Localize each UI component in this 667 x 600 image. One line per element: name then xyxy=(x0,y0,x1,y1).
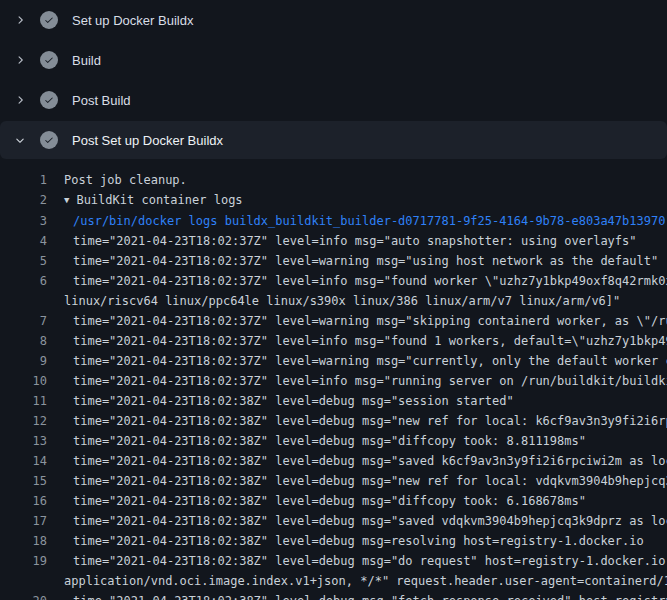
log-line-number[interactable]: 9 xyxy=(0,351,47,371)
chevron-right-icon[interactable] xyxy=(12,12,28,28)
log-line: 19 time="2021-04-23T18:02:38Z" level=deb… xyxy=(0,551,667,571)
log-line: 8 time="2021-04-23T18:02:37Z" level=info… xyxy=(0,331,667,351)
log-line: 12 time="2021-04-23T18:02:38Z" level=deb… xyxy=(0,411,667,431)
log-line-number[interactable]: 5 xyxy=(0,251,47,271)
log-line: 17 time="2021-04-23T18:02:38Z" level=deb… xyxy=(0,511,667,531)
success-check-icon xyxy=(40,91,58,109)
step-list: Set up Docker Buildx Build Post Build Po… xyxy=(0,0,667,159)
log-line-text: time="2021-04-23T18:02:37Z" level=info m… xyxy=(47,331,667,351)
log-line-number[interactable]: 13 xyxy=(0,431,47,451)
log-line-number[interactable]: 7 xyxy=(0,311,47,331)
log-line-text: time="2021-04-23T18:02:37Z" level=warnin… xyxy=(47,251,658,271)
step-label: Build xyxy=(72,53,101,68)
log-line: 4 time="2021-04-23T18:02:37Z" level=info… xyxy=(0,231,667,251)
log-line: 15 time="2021-04-23T18:02:38Z" level=deb… xyxy=(0,471,667,491)
success-check-icon xyxy=(40,131,58,149)
log-line: 11 time="2021-04-23T18:02:38Z" level=deb… xyxy=(0,391,667,411)
log-line-text: application/vnd.oci.image.index.v1+json,… xyxy=(47,571,667,591)
log-line-text: time="2021-04-23T18:02:38Z" level=debug … xyxy=(47,551,667,571)
log-line-number[interactable]: 12 xyxy=(0,411,47,431)
log-line-text: /usr/bin/docker logs buildx_buildkit_bui… xyxy=(47,211,665,231)
log-line: 18 time="2021-04-23T18:02:38Z" level=deb… xyxy=(0,531,667,551)
log-line-text: Post job cleanup. xyxy=(47,170,187,190)
log-line-number[interactable]: 14 xyxy=(0,451,47,471)
log-line-number[interactable]: 17 xyxy=(0,511,47,531)
log-line-text: time="2021-04-23T18:02:38Z" level=debug … xyxy=(47,471,667,491)
log-line: 14 time="2021-04-23T18:02:38Z" level=deb… xyxy=(0,451,667,471)
log-line: 10 time="2021-04-23T18:02:37Z" level=inf… xyxy=(0,371,667,391)
chevron-down-icon[interactable] xyxy=(12,132,28,148)
log-line-text: time="2021-04-23T18:02:37Z" level=info m… xyxy=(47,231,637,251)
log-line: 2 ▼BuildKit container logs xyxy=(0,190,667,211)
success-check-icon xyxy=(40,11,58,29)
log-group-toggle[interactable]: ▼BuildKit container logs xyxy=(47,190,243,211)
log-line-text: time="2021-04-23T18:02:38Z" level=debug … xyxy=(47,591,667,600)
log-line-text: time="2021-04-23T18:02:37Z" level=info m… xyxy=(47,271,667,291)
log-line-text: time="2021-04-23T18:02:38Z" level=debug … xyxy=(47,511,667,531)
log-line: linux/riscv64 linux/ppc64le linux/s390x … xyxy=(0,291,667,311)
log-line-number[interactable]: 16 xyxy=(0,491,47,511)
group-collapse-marker-icon[interactable]: ▼ xyxy=(64,190,69,210)
log-line-number[interactable]: 20 xyxy=(0,591,47,600)
log-line-text: time="2021-04-23T18:02:38Z" level=debug … xyxy=(47,431,586,451)
log-line-number[interactable]: 8 xyxy=(0,331,47,351)
step-row-post-build[interactable]: Post Build xyxy=(0,80,667,120)
step-row-post-set-up-docker-buildx[interactable]: Post Set up Docker Buildx xyxy=(0,121,667,159)
log-line-text: time="2021-04-23T18:02:38Z" level=debug … xyxy=(47,491,586,511)
log-line-text: time="2021-04-23T18:02:37Z" level=warnin… xyxy=(47,311,667,331)
log-line: 7 time="2021-04-23T18:02:37Z" level=warn… xyxy=(0,311,667,331)
log-line-number[interactable]: 6 xyxy=(0,271,47,291)
log-line: 20 time="2021-04-23T18:02:38Z" level=deb… xyxy=(0,591,667,600)
success-check-icon xyxy=(40,51,58,69)
step-label: Post Set up Docker Buildx xyxy=(72,133,223,148)
chevron-right-icon[interactable] xyxy=(12,52,28,68)
step-row-build[interactable]: Build xyxy=(0,40,667,80)
log-line-number[interactable] xyxy=(0,571,47,591)
log-line-number[interactable]: 11 xyxy=(0,391,47,411)
log-viewer: 1 Post job cleanup. 2 ▼BuildKit containe… xyxy=(0,160,667,600)
chevron-right-icon[interactable] xyxy=(12,92,28,108)
log-line: 3 /usr/bin/docker logs buildx_buildkit_b… xyxy=(0,211,667,231)
log-line-text: linux/riscv64 linux/ppc64le linux/s390x … xyxy=(47,291,620,311)
log-line-number[interactable]: 3 xyxy=(0,211,47,231)
log-line-text: time="2021-04-23T18:02:37Z" level=warnin… xyxy=(47,351,667,371)
log-line-text: time="2021-04-23T18:02:38Z" level=debug … xyxy=(47,391,514,411)
step-label: Set up Docker Buildx xyxy=(72,13,193,28)
log-line-number[interactable]: 2 xyxy=(0,190,47,211)
log-line: 5 time="2021-04-23T18:02:37Z" level=warn… xyxy=(0,251,667,271)
log-line-text: time="2021-04-23T18:02:37Z" level=info m… xyxy=(47,371,667,391)
log-line-number[interactable]: 1 xyxy=(0,170,47,190)
log-line: 1 Post job cleanup. xyxy=(0,170,667,190)
log-line-text: time="2021-04-23T18:02:38Z" level=debug … xyxy=(47,411,667,431)
log-line-number[interactable]: 18 xyxy=(0,531,47,551)
log-line-number[interactable] xyxy=(0,291,47,311)
log-line-number[interactable]: 4 xyxy=(0,231,47,251)
log-line-number[interactable]: 10 xyxy=(0,371,47,391)
log-line: application/vnd.oci.image.index.v1+json,… xyxy=(0,571,667,591)
step-label: Post Build xyxy=(72,93,131,108)
log-line: 6 time="2021-04-23T18:02:37Z" level=info… xyxy=(0,271,667,291)
log-line-text: time="2021-04-23T18:02:38Z" level=debug … xyxy=(47,451,667,471)
log-line: 16 time="2021-04-23T18:02:38Z" level=deb… xyxy=(0,491,667,511)
log-line-text: time="2021-04-23T18:02:38Z" level=debug … xyxy=(47,531,644,551)
step-row-set-up-docker-buildx[interactable]: Set up Docker Buildx xyxy=(0,0,667,40)
log-line-number[interactable]: 19 xyxy=(0,551,47,571)
log-line: 13 time="2021-04-23T18:02:38Z" level=deb… xyxy=(0,431,667,451)
log-line-number[interactable]: 15 xyxy=(0,471,47,491)
log-line: 9 time="2021-04-23T18:02:37Z" level=warn… xyxy=(0,351,667,371)
